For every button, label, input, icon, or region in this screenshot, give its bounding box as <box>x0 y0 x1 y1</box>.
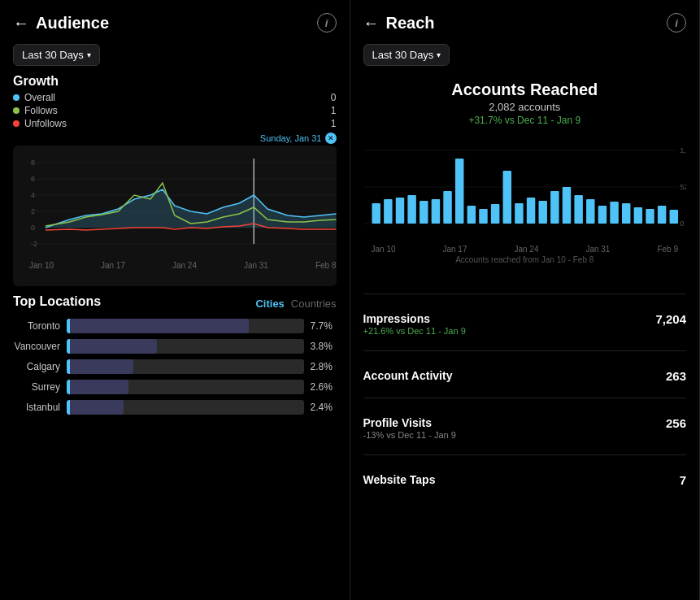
location-vancouver: Vancouver 3.8% <box>13 339 337 354</box>
reach-x-labels: Jan 10Jan 17Jan 24Jan 31Feb 9 <box>363 243 687 254</box>
date-label-text: Sunday, Jan 31 <box>260 133 322 143</box>
location-bar-bg <box>67 400 304 415</box>
accounts-count: 2,082 accounts <box>363 101 687 113</box>
location-calgary: Calgary 2.8% <box>13 359 337 374</box>
location-bar-bg <box>67 359 304 374</box>
location-pct: 2.8% <box>311 361 337 372</box>
close-date-icon[interactable]: ✕ <box>325 133 337 144</box>
info-icon[interactable]: i <box>317 13 337 33</box>
reach-chart-container: 1,040 520 0 <box>363 142 687 280</box>
svg-rect-40 <box>610 202 618 224</box>
svg-rect-25 <box>431 199 439 224</box>
location-name: Surrey <box>13 381 60 393</box>
svg-text:2: 2 <box>31 207 35 215</box>
svg-text:-2: -2 <box>31 240 37 248</box>
growth-x-labels: Jan 10Jan 17Jan 24Jan 31Feb 8 <box>29 259 337 270</box>
svg-rect-32 <box>515 203 523 224</box>
svg-rect-33 <box>526 198 534 224</box>
svg-rect-41 <box>622 203 630 224</box>
reach-back-button[interactable]: ← <box>363 14 380 33</box>
accounts-reached-section: Accounts Reached 2,082 accounts +31.7% v… <box>363 74 687 134</box>
svg-rect-38 <box>586 199 594 224</box>
svg-text:1,040: 1,040 <box>680 146 686 154</box>
reach-info-icon[interactable]: i <box>667 13 686 33</box>
location-pct: 2.4% <box>311 402 337 413</box>
account-activity-left: Account Activity <box>363 369 453 382</box>
impressions-label: Impressions <box>363 312 466 325</box>
svg-rect-44 <box>657 206 665 224</box>
reach-title: Reach <box>386 14 435 33</box>
location-surrey: Surrey 2.6% <box>13 380 337 394</box>
svg-rect-45 <box>669 210 677 224</box>
account-activity-label: Account Activity <box>363 369 453 382</box>
svg-rect-24 <box>420 201 428 224</box>
location-bar-fill <box>67 380 128 394</box>
legend-overall: Overall 0 <box>13 92 337 103</box>
location-bar-fill <box>67 400 124 415</box>
tab-countries[interactable]: Countries <box>291 298 337 310</box>
website-taps-left: Website Taps <box>363 473 436 486</box>
svg-rect-26 <box>443 191 451 224</box>
location-pct: 2.6% <box>311 381 337 393</box>
unfollows-label: Unfollows <box>24 118 67 129</box>
bar-accent <box>67 319 70 333</box>
location-bar-bg <box>67 380 304 394</box>
audience-dropdown-label: Last 30 Days <box>22 49 84 61</box>
legend-follows: Follows 1 <box>13 105 337 116</box>
divider-1 <box>363 293 687 294</box>
back-button[interactable]: ← <box>13 14 29 33</box>
bar-accent <box>67 400 70 415</box>
svg-text:0: 0 <box>680 220 684 228</box>
location-name: Istanbul <box>13 402 60 413</box>
location-name: Toronto <box>13 320 60 332</box>
svg-text:8: 8 <box>31 159 35 167</box>
svg-rect-27 <box>454 159 463 224</box>
bar-accent <box>67 359 70 374</box>
website-taps-row: Website Taps 7 <box>363 468 687 489</box>
follows-dot <box>13 107 20 114</box>
impressions-left: Impressions +21.6% vs Dec 11 - Jan 9 <box>363 312 466 336</box>
reach-chart-svg: 1,040 520 0 <box>363 142 687 240</box>
audience-date-dropdown[interactable]: Last 30 Days ▾ <box>13 44 100 66</box>
reach-dropdown-label: Last 30 Days <box>372 49 434 61</box>
audience-header: ← Audience i <box>13 13 337 33</box>
follows-value: 1 <box>331 105 337 116</box>
svg-text:0: 0 <box>31 224 35 232</box>
location-bar-fill <box>67 359 133 374</box>
location-istanbul: Istanbul 2.4% <box>13 400 337 415</box>
divider-4 <box>363 454 687 455</box>
svg-rect-22 <box>395 198 403 224</box>
profile-visits-row: Profile Visits -13% vs Dec 11 - Jan 9 25… <box>363 411 687 441</box>
tab-cities[interactable]: Cities <box>255 298 284 310</box>
svg-text:4: 4 <box>31 191 35 199</box>
profile-visits-value: 256 <box>666 416 686 430</box>
reach-date-dropdown[interactable]: Last 30 Days ▾ <box>363 44 450 66</box>
accounts-reached-title: Accounts Reached <box>363 80 687 99</box>
account-activity-value: 263 <box>666 369 686 383</box>
audience-header-left: ← Audience <box>13 14 109 33</box>
website-taps-label: Website Taps <box>363 473 436 486</box>
impressions-row: Impressions +21.6% vs Dec 11 - Jan 9 7,2… <box>363 307 687 337</box>
unfollows-value: 1 <box>331 118 337 129</box>
profile-visits-label: Profile Visits <box>363 416 456 429</box>
reach-panel: ← Reach i Last 30 Days ▾ Accounts Reache… <box>350 0 701 600</box>
overall-label: Overall <box>24 92 55 103</box>
svg-text:520: 520 <box>680 183 686 191</box>
account-activity-row: Account Activity 263 <box>363 364 687 385</box>
svg-rect-28 <box>467 206 475 224</box>
svg-rect-31 <box>502 171 511 224</box>
location-bar-fill <box>67 319 249 333</box>
locations-header: Top Locations Cities Countries <box>13 294 337 312</box>
accounts-change: +31.7% vs Dec 11 - Jan 9 <box>363 115 687 126</box>
location-name: Vancouver <box>13 341 60 352</box>
location-pct: 3.8% <box>311 341 337 352</box>
impressions-change: +21.6% vs Dec 11 - Jan 9 <box>363 326 466 336</box>
location-toronto: Toronto 7.7% <box>13 319 337 333</box>
growth-chart-container: 8 6 4 2 0 -2 Jan 10Jan 17Jan 24Jan 31Feb… <box>13 146 337 286</box>
chart-date-label: Sunday, Jan 31 ✕ <box>13 133 337 144</box>
profile-visits-left: Profile Visits -13% vs Dec 11 - Jan 9 <box>363 416 456 440</box>
reach-note: Accounts reached from Jan 10 - Feb 8 <box>363 255 687 264</box>
reach-header: ← Reach i <box>363 13 687 33</box>
audience-title: Audience <box>36 14 109 33</box>
growth-chart-svg: 8 6 4 2 0 -2 <box>29 150 337 256</box>
